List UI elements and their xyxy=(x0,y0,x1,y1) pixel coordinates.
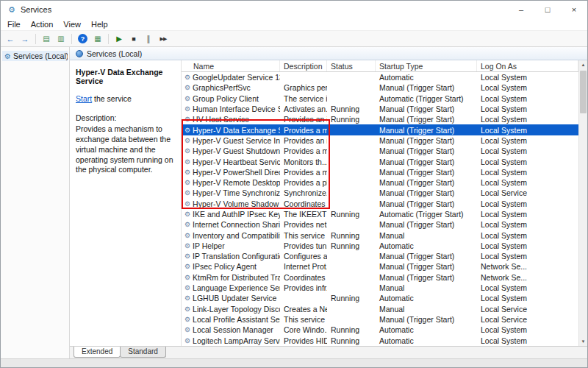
table-row[interactable]: ⚙Hyper-V Volume Shadow Co... Coordinates… xyxy=(182,199,578,209)
table-row[interactable]: ⚙Internet Connection Sharing... Provides… xyxy=(182,219,578,230)
service-logon-cell: Local System xyxy=(477,168,578,177)
table-row[interactable]: ⚙Hyper-V Guest Shutdown Se... Provides a… xyxy=(182,146,578,156)
vertical-scrollbar[interactable]: ▲ ▼ xyxy=(578,60,587,346)
service-gear-icon: ⚙ xyxy=(184,305,190,313)
service-gear-icon: ⚙ xyxy=(184,189,190,197)
service-name-cell: ⚙Hyper-V Time Synchronizati... xyxy=(182,188,280,197)
table-row[interactable]: ⚙LGHUB Updater Service Running Automatic… xyxy=(182,293,578,303)
service-gear-icon: ⚙ xyxy=(184,105,190,113)
service-status-cell: Running xyxy=(327,210,376,219)
menu-bar: File Action View Help xyxy=(1,18,587,31)
forward-icon[interactable]: → xyxy=(18,32,32,46)
service-logon-cell: Local System xyxy=(477,115,578,124)
service-startup-cell: Manual xyxy=(376,283,477,292)
toolbar-separator xyxy=(35,34,36,44)
service-logon-cell: Local System xyxy=(477,83,578,92)
service-startup-cell: Automatic xyxy=(376,294,477,302)
service-status-cell: Running xyxy=(327,325,376,334)
service-name-cell: ⚙HV Host Service xyxy=(182,115,280,124)
close-button[interactable]: × xyxy=(561,1,587,18)
table-row[interactable]: ⚙Hyper-V Guest Service Interf... Provide… xyxy=(182,135,578,146)
status-bar xyxy=(1,358,587,367)
tree-item-services-local[interactable]: ⚙ Services (Local) xyxy=(2,51,68,61)
service-logon-cell: Local System xyxy=(477,325,578,334)
scroll-down-icon[interactable]: ▼ xyxy=(579,337,587,346)
table-row[interactable]: ⚙Local Profile Assistant Service This se… xyxy=(182,314,578,325)
table-row[interactable]: ⚙Hyper-V Remote Desktop Vi... Provides a… xyxy=(182,177,578,188)
table-row[interactable]: ⚙Hyper-V Heartbeat Service Monitors th..… xyxy=(182,156,578,166)
pause-service-icon[interactable]: ║ xyxy=(142,32,155,46)
service-gear-icon: ⚙ xyxy=(184,294,190,302)
service-startup-cell: Manual (Trigger Start) xyxy=(376,178,477,187)
table-row[interactable]: ⚙Human Interface Device Serv... Activate… xyxy=(182,104,578,114)
service-description-cell: Internet Prot... xyxy=(280,262,327,271)
service-startup-cell: Automatic xyxy=(376,241,477,250)
menu-help[interactable]: Help xyxy=(86,19,113,29)
service-startup-cell: Automatic (Trigger Start) xyxy=(376,210,477,219)
back-icon[interactable]: ← xyxy=(4,32,17,46)
service-name-cell: ⚙IP Helper xyxy=(182,241,280,250)
service-startup-cell: Manual (Trigger Start) xyxy=(376,146,477,155)
tab-extended[interactable]: Extended xyxy=(74,347,121,358)
table-row[interactable]: ⚙IKE and AuthIP IPsec Keying ... The IKE… xyxy=(182,209,578,219)
stop-service-icon[interactable]: ■ xyxy=(127,32,140,46)
service-description-cell: Creates a Ne... xyxy=(280,305,327,314)
service-logon-cell: Local System xyxy=(477,231,578,240)
service-gear-icon: ⚙ xyxy=(184,210,190,218)
column-header-startup-type[interactable]: Startup Type xyxy=(376,60,477,71)
service-status-cell: Running xyxy=(327,115,376,124)
table-row[interactable]: ⚙Hyper-V Data Exchange Serv... Provides … xyxy=(182,124,578,135)
start-service-icon[interactable]: ▶ xyxy=(112,32,126,46)
column-header-description[interactable]: Description xyxy=(280,60,327,71)
service-description-cell: Provides HID... xyxy=(280,336,327,345)
restart-service-icon[interactable]: ▶▶ xyxy=(157,32,170,46)
table-row[interactable]: ⚙KtmRm for Distributed Trans... Coordina… xyxy=(182,272,578,283)
menu-view[interactable]: View xyxy=(58,19,86,29)
table-row[interactable]: ⚙IP Translation Configuration ... Config… xyxy=(182,251,578,261)
table-row[interactable]: ⚙GraphicsPerfSvc Graphics per... Manual … xyxy=(182,82,578,93)
service-gear-icon: ⚙ xyxy=(184,316,190,323)
column-header-log-on-as[interactable]: Log On As xyxy=(477,60,578,71)
service-description-cell: Provides infr... xyxy=(280,283,327,292)
column-header-name[interactable]: Name xyxy=(182,60,280,71)
scrollbar-thumb[interactable] xyxy=(580,71,587,113)
table-header: Name Description Status Startup Type Log… xyxy=(182,60,578,72)
service-name-cell: ⚙Link-Layer Topology Discove... xyxy=(182,305,280,314)
table-row[interactable]: ⚙Link-Layer Topology Discove... Creates … xyxy=(182,304,578,314)
service-name-cell: ⚙GraphicsPerfSvc xyxy=(182,83,280,92)
table-row[interactable]: ⚙GoogleUpdater Service 130... Automatic … xyxy=(182,72,578,82)
service-startup-cell: Automatic xyxy=(376,73,477,82)
service-name-cell: ⚙Internet Connection Sharing... xyxy=(182,220,280,229)
table-row[interactable]: ⚙Hyper-V Time Synchronizati... Synchroni… xyxy=(182,188,578,198)
show-console-tree-icon[interactable]: ▤ xyxy=(40,32,53,46)
show-window-icon[interactable]: ▦ xyxy=(91,32,104,46)
service-startup-cell: Manual (Trigger Start) xyxy=(376,105,477,113)
export-list-icon[interactable]: ▥ xyxy=(54,32,68,46)
menu-file[interactable]: File xyxy=(2,19,26,29)
service-gear-icon: ⚙ xyxy=(184,169,190,176)
help-icon[interactable]: ? xyxy=(78,34,87,43)
service-logon-cell: Local System xyxy=(477,178,578,187)
table-row[interactable]: ⚙IP Helper Provides tun... Running Autom… xyxy=(182,241,578,251)
scroll-up-icon[interactable]: ▲ xyxy=(579,60,587,69)
table-row[interactable]: ⚙Logitech LampArray Service Provides HID… xyxy=(182,335,578,345)
service-description-cell: Monitors th... xyxy=(280,158,327,166)
table-row[interactable]: ⚙IPsec Policy Agent Internet Prot... Man… xyxy=(182,261,578,272)
services-app-icon: ⚙ xyxy=(7,5,17,15)
table-row[interactable]: ⚙Group Policy Client The service i... Au… xyxy=(182,93,578,104)
start-service-link[interactable]: Start xyxy=(76,94,92,103)
menu-action[interactable]: Action xyxy=(26,19,59,29)
tab-standard[interactable]: Standard xyxy=(120,347,166,358)
service-gear-icon: ⚙ xyxy=(184,95,190,102)
table-row[interactable]: ⚙Hyper-V PowerShell Direct S... Provides… xyxy=(182,167,578,177)
table-row[interactable]: ⚙Inventory and Compatibility... This ser… xyxy=(182,230,578,240)
maximize-button[interactable]: □ xyxy=(534,1,561,18)
service-startup-cell: Automatic xyxy=(376,325,477,334)
table-row[interactable]: ⚙HV Host Service Provides an i... Runnin… xyxy=(182,114,578,124)
minimize-button[interactable]: – xyxy=(508,1,534,18)
service-description-cell: Synchronize... xyxy=(280,188,327,197)
tree-item-label: Services (Local) xyxy=(13,52,68,60)
table-row[interactable]: ⚙Local Session Manager Core Windo... Run… xyxy=(182,325,578,335)
column-header-status[interactable]: Status xyxy=(327,60,376,71)
table-row[interactable]: ⚙Language Experience Service Provides in… xyxy=(182,283,578,293)
